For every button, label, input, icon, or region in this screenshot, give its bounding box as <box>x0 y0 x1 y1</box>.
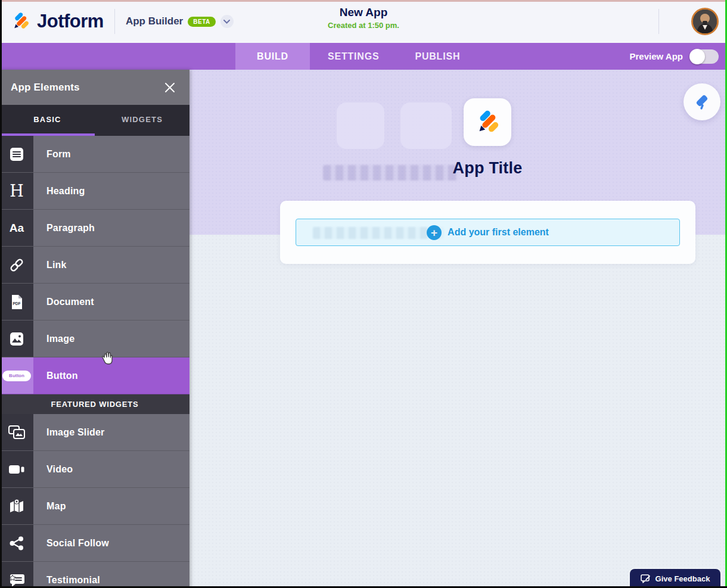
app-created-timestamp: Created at 1:50 pm. <box>328 21 399 30</box>
app-name: New App <box>328 6 399 19</box>
map-icon <box>0 488 33 524</box>
button-icon: Button <box>0 357 33 394</box>
close-icon <box>164 82 175 93</box>
element-item-image[interactable]: Image <box>0 321 189 357</box>
chevron-down-icon <box>223 20 230 24</box>
give-feedback-label: Give Feedback <box>655 574 710 583</box>
ghost-artifact <box>313 227 444 239</box>
element-item-label: Map <box>33 488 66 524</box>
image-slider-icon <box>0 414 33 450</box>
app-icon[interactable] <box>464 98 511 146</box>
social-follow-icon <box>0 525 33 561</box>
nav-tab-publish[interactable]: PUBLISH <box>397 43 478 70</box>
heading-icon: H <box>0 173 33 209</box>
element-item-label: Paragraph <box>33 210 95 246</box>
navbar-tabs: BUILDSETTINGSPUBLISH <box>235 43 478 70</box>
element-list: FormHHeadingAaParagraphLinkPDFDocumentIm… <box>0 136 189 588</box>
link-icon <box>0 247 33 283</box>
paint-roller-icon <box>693 93 711 111</box>
app-elements-panel: App Elements BASICWIDGETS FormHHeadingAa… <box>0 70 189 588</box>
app-preview-canvas: App Title + Add your first element <box>189 70 727 588</box>
element-item-label: Form <box>33 136 71 172</box>
element-item-image-slider[interactable]: Image Slider <box>0 414 189 451</box>
jotform-app-icon <box>474 108 501 136</box>
video-icon <box>0 451 33 487</box>
app-builder-menu-button[interactable] <box>220 15 234 28</box>
builder-navbar: BUILDSETTINGSPUBLISH Preview App <box>0 43 727 70</box>
screen-edge-left <box>0 0 2 588</box>
element-item-label: Heading <box>33 173 85 209</box>
panel-tab-widgets[interactable]: WIDGETS <box>95 105 189 136</box>
featured-widgets-header: FEATURED WIDGETS <box>0 394 189 414</box>
panel-title: App Elements <box>11 82 80 94</box>
element-item-label: Social Follow <box>33 525 109 561</box>
beta-badge: BETA <box>188 17 215 27</box>
panel-tabs: BASICWIDGETS <box>0 105 189 136</box>
ghost-artifact <box>337 102 384 149</box>
toggle-knob <box>689 49 705 64</box>
nav-tab-build[interactable]: BUILD <box>235 43 310 70</box>
header-right <box>658 0 727 43</box>
svg-text:PDF: PDF <box>13 301 21 306</box>
button-pill-glyph: Button <box>2 371 31 381</box>
element-item-video[interactable]: Video <box>0 451 189 488</box>
preview-app-control: Preview App <box>630 43 719 70</box>
give-feedback-button[interactable]: Give Feedback <box>630 569 720 588</box>
element-item-label: Document <box>33 284 94 320</box>
ghost-artifact <box>400 102 452 149</box>
form-icon <box>0 136 33 172</box>
element-item-label: Testimonial <box>33 562 100 588</box>
panel-tab-basic[interactable]: BASIC <box>0 105 95 136</box>
element-item-label: Button <box>33 357 78 394</box>
brand-name: Jotform <box>37 11 104 32</box>
element-item-social-follow[interactable]: Social Follow <box>0 525 189 562</box>
screen-edge-top <box>0 0 727 2</box>
element-item-form[interactable]: Form <box>0 136 189 173</box>
brand[interactable]: Jotform <box>0 11 104 32</box>
element-item-testimonial[interactable]: Testimonial <box>0 562 189 588</box>
element-item-paragraph[interactable]: AaParagraph <box>0 210 189 247</box>
app-title-block: New App Created at 1:50 pm. <box>328 6 399 30</box>
product-name: App Builder <box>126 15 183 27</box>
testimonial-icon <box>0 562 33 588</box>
add-first-element-label: Add your first element <box>448 227 549 238</box>
add-first-element-button[interactable]: + Add your first element <box>296 219 680 246</box>
app-elements-header: App Elements <box>0 70 189 105</box>
document-icon: PDF <box>0 284 33 320</box>
element-item-button[interactable]: ButtonButton <box>0 357 189 394</box>
header-divider-right <box>658 9 659 34</box>
empty-elements-card: + Add your first element <box>280 201 695 264</box>
element-item-label: Image <box>33 321 74 357</box>
element-item-map[interactable]: Map <box>0 488 189 525</box>
image-icon <box>0 321 33 357</box>
avatar-photo <box>693 10 717 33</box>
element-item-heading[interactable]: HHeading <box>0 173 189 210</box>
element-item-label: Link <box>33 247 67 283</box>
feedback-icon <box>641 574 651 583</box>
jotform-logo-icon <box>10 11 31 32</box>
preview-app-toggle[interactable] <box>690 49 719 64</box>
paragraph-icon: Aa <box>0 210 33 246</box>
avatar[interactable] <box>691 8 719 35</box>
app-builder-screen: Jotform App Builder BETA New App Created… <box>0 0 727 588</box>
preview-app-label: Preview App <box>630 51 683 61</box>
element-item-document[interactable]: PDFDocument <box>0 284 189 321</box>
app-title-text[interactable]: App Title <box>404 159 571 178</box>
header-divider <box>114 9 115 34</box>
element-item-link[interactable]: Link <box>0 247 189 284</box>
element-item-label: Video <box>33 451 73 487</box>
close-panel-button[interactable] <box>163 81 176 94</box>
top-header: Jotform App Builder BETA New App Created… <box>0 0 727 43</box>
app-designer-button[interactable] <box>683 83 720 120</box>
nav-tab-settings[interactable]: SETTINGS <box>310 43 397 70</box>
element-item-label: Image Slider <box>33 414 105 450</box>
